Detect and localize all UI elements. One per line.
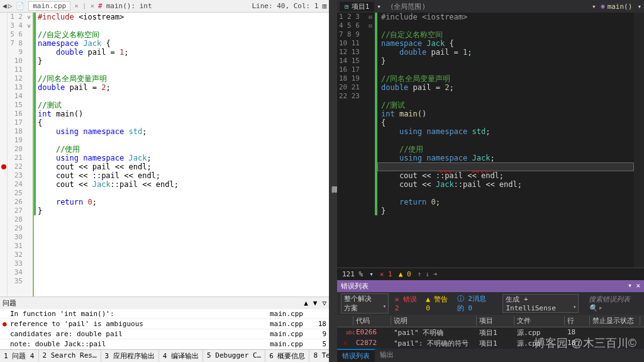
bottom-tab[interactable]: 2 Search Res…	[39, 350, 101, 362]
panel-close-icon[interactable]: ✕	[636, 281, 640, 290]
right-code-area[interactable]: #include <iostream> //自定义名称空间 namespace …	[377, 13, 634, 268]
next-icon[interactable]: ↓	[425, 270, 430, 278]
warn-count[interactable]: ▲ 0	[399, 270, 411, 278]
server-explorer-side[interactable]: 服务器资源管理器	[330, 0, 337, 362]
bottom-tab[interactable]: 5 Debugger C…	[203, 350, 265, 362]
error-list-panel: 错误列表 ▾ ✕ 整个解决方案 ✕ 错误 2 ▲ 警告 0 ⓘ 2消息 的 0 …	[337, 280, 644, 349]
function-scope[interactable]: main(): int	[106, 2, 152, 10]
nav-up-icon[interactable]: ▲	[304, 299, 308, 307]
error-count[interactable]: ✕ 1	[380, 270, 392, 278]
problems-table: In function 'int main()':main.cpp●refere…	[0, 309, 329, 349]
close-tab-icon[interactable]: ×	[74, 2, 79, 10]
bottom-tab[interactable]: 8 Test Results ▾	[309, 350, 329, 362]
error-gutter	[0, 13, 8, 297]
error-row[interactable]: ✕C2872"pail": 不明确的符号项目1源.cpp18	[337, 338, 644, 349]
warnings-filter[interactable]: ▲ 警告 0	[426, 295, 450, 312]
filter-icon[interactable]: ▽	[322, 299, 326, 307]
info-filter[interactable]: ⓘ 2消息 的 0	[457, 294, 497, 313]
problems-title: 问题	[3, 298, 16, 308]
back-icon[interactable]: ◀	[3, 2, 7, 10]
error-row[interactable]: abcE0266"pail" 不明确项目1源.cpp18	[337, 327, 644, 338]
solution-dropdown[interactable]: 整个解决方案	[341, 293, 389, 314]
func-dropdown[interactable]: main()	[596, 3, 638, 11]
fwd-icon[interactable]: ▷	[8, 2, 13, 10]
errorlist-title: 错误列表	[341, 281, 369, 291]
right-line-numbers: 1 2 3 4 5 6 7 8 9 10 11 12 13 14 15 16 1…	[337, 13, 366, 268]
scope-arrow-icon[interactable]: ▾	[592, 3, 596, 11]
editor-tab[interactable]: main.cpp	[28, 1, 70, 11]
goto-icon[interactable]: ➜	[433, 270, 438, 278]
prev-icon[interactable]: ↑	[418, 270, 422, 278]
bottom-tab[interactable]: 6 概要信息	[265, 350, 309, 362]
nav-down-icon[interactable]: ▼	[313, 299, 318, 307]
func-arrow-icon[interactable]: ▾	[637, 3, 641, 11]
errorlist-header: 代码 说明 项目 文件 行 禁止显示状态	[337, 315, 644, 327]
bottom-tab[interactable]: 3 应用程序输出	[101, 350, 159, 362]
right-tab[interactable]: ⊞ 项目1	[340, 2, 374, 11]
problem-row[interactable]: note: double Jack::pailmain.cpp5	[0, 339, 329, 349]
split-icon[interactable]: ▥	[322, 2, 326, 10]
func-marker-icon: #	[98, 2, 103, 10]
zoom-dropdown[interactable]: 121 %	[342, 270, 363, 278]
problems-panel: 问题 ▲ ▼ ▽ In function 'int main()':main.c…	[0, 297, 329, 349]
right-status-bar: 121 % ▾ ✕ 1 ▲ 0 ↑ ↓ ➜	[337, 268, 644, 280]
code-area[interactable]: #include <iostream> //自定义名称空间 namespace …	[34, 13, 329, 297]
cursor-position: Line: 40, Col: 1	[252, 2, 318, 10]
file-icon: 📄	[16, 2, 25, 10]
fold-gutter[interactable]: v v	[25, 13, 34, 297]
left-topbar: ◀ ▷ 📄 main.cpp × | × # main(): int Line:…	[0, 0, 329, 13]
tab-close2-icon[interactable]: ×	[90, 2, 94, 10]
left-bottom-tabs[interactable]: 1 问题 42 Search Res…3 应用程序输出4 编译输出5 Debug…	[0, 349, 329, 362]
dropdown-icon[interactable]: ▾	[374, 3, 384, 11]
right-topbar: ⊞ 项目1 ▾ (全局范围) ▾ main() ▾	[337, 0, 644, 13]
tab-output[interactable]: 输出	[375, 349, 399, 362]
bottom-tab[interactable]: 1 问题 4	[0, 350, 39, 362]
bottom-tab[interactable]: 4 编译输出	[159, 350, 203, 362]
search-errors[interactable]: 搜索错误列表 🔍▾	[585, 295, 640, 312]
problem-row[interactable]: candidates are: double pailmain.cpp9	[0, 329, 329, 339]
tab-errorlist[interactable]: 错误列表	[337, 349, 375, 362]
scope-dropdown[interactable]: (全局范围)	[384, 2, 592, 11]
problem-row[interactable]: In function 'int main()':main.cpp	[0, 309, 329, 319]
problem-row[interactable]: ●reference to 'pail' is ambiguousmain.cp…	[0, 319, 329, 329]
minimap[interactable]	[634, 13, 644, 268]
errorlist-body[interactable]: abcE0266"pail" 不明确项目1源.cpp18✕C2872"pail"…	[337, 327, 644, 349]
right-fold-gutter[interactable]: ⊟ ⊟	[366, 13, 375, 268]
errors-filter[interactable]: ✕ 错误 2	[395, 295, 419, 312]
right-code-editor[interactable]: 1 2 3 4 5 6 7 8 9 10 11 12 13 14 15 16 1…	[337, 13, 644, 268]
right-bottom-tabs[interactable]: 错误列表 输出	[337, 349, 644, 362]
build-filter-dropdown[interactable]: 生成 + IntelliSense	[502, 294, 579, 313]
line-numbers: 1 2 3 4 5 6 7 8 9 10 11 12 13 14 15 16 1…	[8, 13, 25, 297]
left-code-editor[interactable]: 1 2 3 4 5 6 7 8 9 10 11 12 13 14 15 16 1…	[0, 13, 329, 297]
panel-dropdown-icon[interactable]: ▾	[628, 281, 632, 290]
